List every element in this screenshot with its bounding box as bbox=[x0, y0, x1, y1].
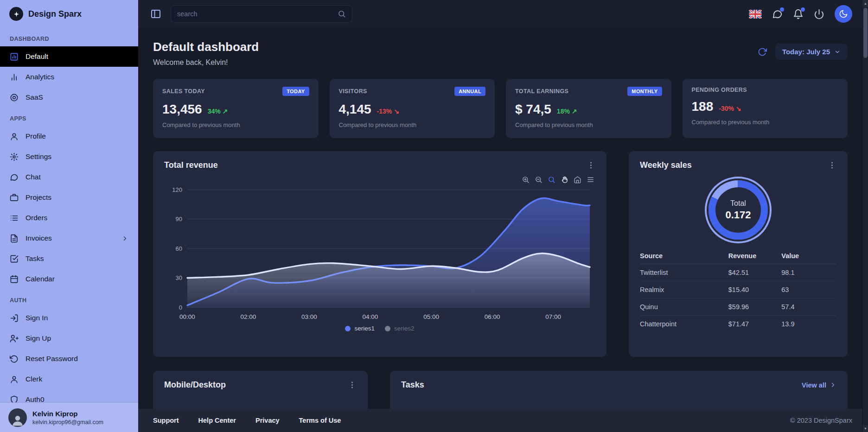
search-input[interactable] bbox=[177, 10, 333, 18]
sidebar-item-projects[interactable]: Projects bbox=[0, 187, 138, 208]
analytics-icon bbox=[10, 73, 19, 82]
reset-password-icon bbox=[10, 355, 19, 363]
stat-card-sales-today: SALES TODAYTODAY13,45634% ↗Compared to p… bbox=[153, 79, 319, 138]
sidebar-item-auth0[interactable]: Auth0 bbox=[0, 389, 138, 402]
sidebar-item-chat[interactable]: Chat bbox=[0, 167, 138, 187]
sidebar-item-sign-in[interactable]: Sign In bbox=[0, 308, 138, 328]
sidebar-item-clerk[interactable]: Clerk bbox=[0, 369, 138, 389]
stat-period-badge[interactable]: ANNUAL bbox=[454, 87, 485, 96]
card-title: Weekly sales bbox=[640, 160, 692, 170]
legend-dot bbox=[345, 326, 351, 331]
sidebar-item-profile[interactable]: Profile bbox=[0, 126, 138, 146]
sidebar-item-tasks[interactable]: Tasks bbox=[0, 248, 138, 269]
sidebar-toggle-icon[interactable] bbox=[150, 8, 161, 19]
date-filter-button[interactable]: Today: July 25 bbox=[775, 44, 848, 60]
view-all-label: View all bbox=[802, 381, 826, 389]
page-subtitle: Welcome back, Kelvin! bbox=[153, 58, 259, 67]
footer-link-terms-of-use[interactable]: Terms of Use bbox=[299, 417, 341, 424]
legend-item-series2[interactable]: series2 bbox=[385, 325, 415, 332]
logo[interactable]: Design Sparx bbox=[0, 0, 138, 28]
chevron-down-icon bbox=[834, 49, 841, 55]
sidebar-item-label: Analytics bbox=[26, 73, 54, 81]
chart-toolbar bbox=[153, 173, 606, 185]
scrollbar-thumb[interactable] bbox=[863, 8, 868, 58]
card-title: Total revenue bbox=[164, 160, 218, 170]
tasks-icon bbox=[10, 254, 19, 263]
sidebar-item-label: SaaS bbox=[26, 93, 43, 102]
scrollbar[interactable]: ▲ ▼ bbox=[862, 0, 868, 432]
sidebar-nav: DASHBOARDDefaultAnalyticsSaaSAPPSProfile… bbox=[0, 28, 138, 402]
sidebar-item-analytics[interactable]: Analytics bbox=[0, 67, 138, 87]
pan-icon[interactable] bbox=[561, 176, 568, 184]
notifications-icon[interactable] bbox=[793, 9, 804, 19]
svg-text:05:00: 05:00 bbox=[423, 313, 439, 320]
table-cell: $15.40 bbox=[728, 281, 781, 299]
sidebar-item-saas[interactable]: SaaS bbox=[0, 87, 138, 108]
sidebar-item-default[interactable]: Default bbox=[0, 46, 138, 67]
stat-caption: Compared to previous month bbox=[692, 119, 839, 126]
footer-link-support[interactable]: Support bbox=[153, 417, 179, 424]
copyright: © 2023 DesignSparx bbox=[790, 417, 852, 424]
table-cell: Twitterlist bbox=[640, 264, 728, 281]
language-flag-icon[interactable] bbox=[749, 10, 762, 19]
sidebar-item-sign-up[interactable]: Sign Up bbox=[0, 328, 138, 349]
kebab-menu-icon[interactable] bbox=[587, 161, 595, 170]
view-all-link[interactable]: View all bbox=[802, 381, 836, 389]
stat-delta: 18% ↗ bbox=[557, 108, 577, 115]
table-cell: Quinu bbox=[640, 299, 728, 316]
stat-caption: Compared to previous month bbox=[162, 121, 309, 128]
sidebar-item-settings[interactable]: Settings bbox=[0, 146, 138, 167]
theme-toggle-button[interactable] bbox=[835, 5, 852, 23]
stat-period-badge[interactable]: MONTHLY bbox=[627, 87, 662, 96]
kebab-menu-icon[interactable] bbox=[828, 161, 836, 170]
sidebar-item-invoices[interactable]: Invoices bbox=[0, 228, 138, 248]
sidebar-item-calendar[interactable]: Calendar bbox=[0, 269, 138, 289]
kebab-menu-icon[interactable] bbox=[348, 381, 357, 389]
donut-wrap: Total 0.172 bbox=[629, 180, 848, 240]
footer: SupportHelp CenterPrivacyTerms of Use © … bbox=[138, 409, 868, 432]
card-title: Mobile/Desktop bbox=[164, 380, 226, 390]
zoom-selection-icon[interactable] bbox=[548, 176, 555, 184]
stat-period-badge[interactable]: TODAY bbox=[282, 87, 309, 96]
table-cell: 13.9 bbox=[781, 316, 836, 333]
scroll-up-arrow[interactable]: ▲ bbox=[862, 0, 868, 7]
topbar-actions bbox=[749, 5, 852, 23]
charts-row: Total revenue 030609012000:0002:0003:000… bbox=[153, 151, 848, 357]
sidebar-item-reset-password[interactable]: Reset Password bbox=[0, 349, 138, 369]
table-cell: $59.96 bbox=[728, 299, 781, 316]
dashboard-icon bbox=[10, 52, 19, 61]
sidebar-user[interactable]: Kelvin Kiprop kelvin.kiprop96@gmail.com bbox=[0, 402, 138, 432]
stat-label: PENDING ORDERS bbox=[692, 87, 747, 93]
sign-in-icon bbox=[10, 314, 19, 323]
messages-icon[interactable] bbox=[772, 9, 783, 19]
stat-label: SALES TODAY bbox=[162, 88, 205, 95]
stat-card-visitors: VISITORSANNUAL4,145-13% ↘Compared to pre… bbox=[330, 79, 495, 138]
svg-text:07:00: 07:00 bbox=[545, 313, 561, 320]
sidebar-section-auth: AUTH bbox=[0, 289, 138, 308]
page-title: Default dashboard bbox=[153, 40, 259, 54]
sidebar-item-label: Profile bbox=[26, 132, 46, 140]
chart-menu-icon[interactable] bbox=[587, 176, 594, 184]
invoices-icon bbox=[10, 234, 19, 243]
search-icon[interactable] bbox=[338, 10, 346, 18]
reset-zoom-home-icon[interactable] bbox=[574, 176, 581, 184]
power-icon[interactable] bbox=[814, 9, 824, 19]
sidebar: Design Sparx DASHBOARDDefaultAnalyticsSa… bbox=[0, 0, 138, 432]
footer-link-privacy[interactable]: Privacy bbox=[255, 417, 280, 424]
sidebar-item-orders[interactable]: Orders bbox=[0, 208, 138, 228]
main-area: Default dashboard Welcome back, Kelvin! … bbox=[138, 0, 868, 432]
table-cell: 57.4 bbox=[781, 299, 836, 316]
zoom-in-icon[interactable] bbox=[522, 176, 530, 184]
zoom-out-icon[interactable] bbox=[535, 176, 542, 184]
scroll-down-arrow[interactable]: ▼ bbox=[862, 425, 868, 432]
footer-link-help-center[interactable]: Help Center bbox=[198, 417, 236, 424]
weekly-donut-chart: Total 0.172 bbox=[708, 180, 768, 240]
refresh-icon[interactable] bbox=[758, 47, 767, 57]
topbar bbox=[138, 0, 868, 28]
sidebar-item-label: Settings bbox=[26, 152, 51, 161]
sidebar-item-label: Reset Password bbox=[26, 355, 78, 363]
revenue-chart: 030609012000:0002:0003:0004:0005:0006:00… bbox=[164, 186, 595, 323]
legend-item-series1[interactable]: series1 bbox=[345, 325, 375, 332]
sidebar-item-label: Chat bbox=[26, 173, 41, 181]
stat-caption: Compared to previous month bbox=[339, 121, 486, 128]
